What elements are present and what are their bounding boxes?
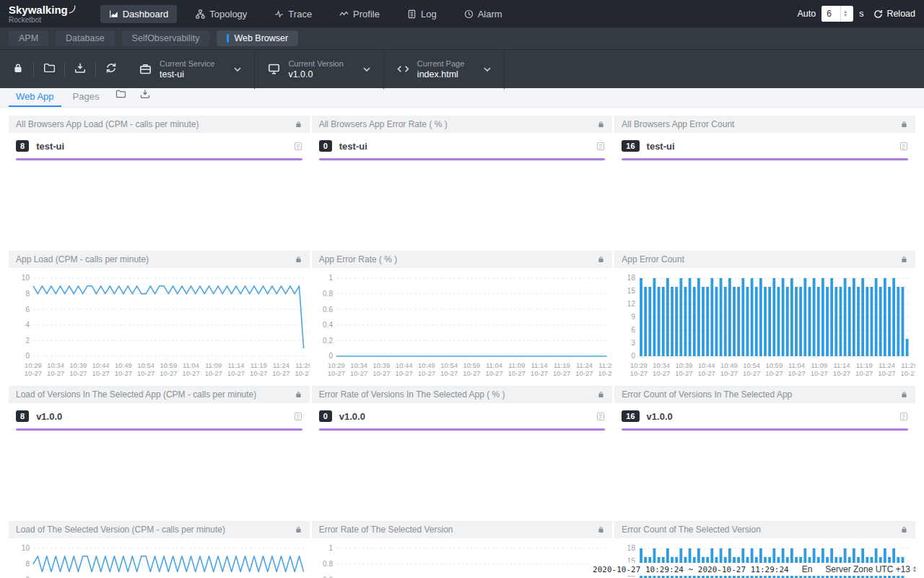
auto-refresh-input[interactable] xyxy=(821,6,840,22)
list-item[interactable]: 16test-ui xyxy=(614,133,915,160)
svg-text:10-27: 10-27 xyxy=(328,369,345,377)
reload-button[interactable]: Reload xyxy=(873,9,915,19)
lock-icon[interactable] xyxy=(900,525,908,534)
folder-icon xyxy=(43,62,55,77)
nav-item-trace[interactable]: Trace xyxy=(266,5,321,23)
lock-icon[interactable] xyxy=(597,120,605,129)
panel-title: All Browsers App Load (CPM - calls per m… xyxy=(16,119,295,129)
zone-stepper[interactable]: ▲▼ xyxy=(912,566,917,573)
server-zone: Server Zone UTC +13 ▲▼ xyxy=(825,564,917,574)
briefcase-icon xyxy=(139,63,152,75)
toolbar-folder-button[interactable] xyxy=(34,62,64,77)
group-tab-database[interactable]: Database xyxy=(56,30,115,46)
rocket-swoosh-icon xyxy=(69,4,76,15)
svg-text:10:59: 10:59 xyxy=(463,361,480,369)
list-item[interactable]: 0test-ui xyxy=(312,133,613,160)
panel-header: Error Rate of Versions In The Selected A… xyxy=(312,386,613,403)
dashboard-group-tabs: APMDatabaseSelfObservabilityWeb Browser xyxy=(0,27,924,49)
copy-icon[interactable] xyxy=(899,142,908,151)
nav-item-label: Alarm xyxy=(478,9,502,20)
selector-current-service[interactable]: Current Servicetest-ui xyxy=(126,50,254,88)
list-item[interactable]: 0v1.0.0 xyxy=(312,403,613,431)
panel-header: App Error Count xyxy=(614,251,915,268)
panel-header: All Browsers App Load (CPM - calls per m… xyxy=(9,116,310,133)
value-badge: 0 xyxy=(319,140,332,152)
svg-text:11:19: 11:19 xyxy=(553,361,570,369)
list-item[interactable]: 16v1.0.0 xyxy=(614,403,915,431)
lock-icon[interactable] xyxy=(597,525,605,534)
toolbar-lock-button[interactable] xyxy=(3,62,33,77)
lock-icon[interactable] xyxy=(597,390,605,399)
list-item[interactable]: 8v1.0.0 xyxy=(9,403,310,431)
lock-icon[interactable] xyxy=(900,390,908,399)
time-range-picker[interactable]: 2020-10-27 10:29:24 ~ 2020-10-27 11:29:2… xyxy=(593,565,789,574)
panel-load-of-versions-in-the-selected-app-cpm-calls-per-minute: Load of Versions In The Selected App (CP… xyxy=(9,386,310,519)
chart-app-error-count: 036912151810:2910-2710:3410-2710:3910-27… xyxy=(614,268,915,382)
selection-underline xyxy=(319,158,606,160)
svg-text:10-27: 10-27 xyxy=(250,369,267,377)
tabrow-import-button[interactable] xyxy=(135,89,155,107)
nav-item-log[interactable]: Log xyxy=(398,5,445,23)
nav-item-topology[interactable]: Topology xyxy=(187,5,256,23)
panel-header: App Load (CPM - calls per minute) xyxy=(9,251,310,268)
lock-icon[interactable] xyxy=(900,255,908,264)
copy-icon[interactable] xyxy=(899,412,908,421)
panel-header: Error Count of The Selected Version xyxy=(614,521,915,538)
group-tab-web-browser[interactable]: Web Browser xyxy=(217,30,298,46)
copy-icon[interactable] xyxy=(596,142,605,151)
copy-icon[interactable] xyxy=(294,142,302,151)
svg-text:12: 12 xyxy=(627,300,636,308)
folder-icon xyxy=(116,89,126,102)
import-icon xyxy=(140,89,150,102)
selector-current-version[interactable]: Current Versionv1.0.0 xyxy=(255,50,383,88)
group-tab-apm[interactable]: APM xyxy=(9,30,48,46)
toolbar-refresh-button[interactable] xyxy=(96,62,126,77)
svg-text:0.4: 0.4 xyxy=(323,321,333,329)
value-badge: 16 xyxy=(622,410,639,422)
svg-text:11:29: 11:29 xyxy=(598,361,613,369)
svg-text:10-27: 10-27 xyxy=(272,369,289,377)
toolbar-import-button[interactable] xyxy=(65,62,95,77)
tabrow-folder-button[interactable] xyxy=(110,89,131,107)
svg-text:10-27: 10-27 xyxy=(855,369,873,377)
selector-labels: Current Servicetest-ui xyxy=(160,59,214,79)
list-item[interactable]: 8test-ui xyxy=(9,133,310,160)
selector-current-page[interactable]: Current Pageindex.html xyxy=(384,50,504,88)
svg-text:10:44: 10:44 xyxy=(395,361,412,369)
svg-text:10-27: 10-27 xyxy=(182,369,199,377)
language-switch[interactable]: En xyxy=(802,564,813,574)
svg-text:11:19: 11:19 xyxy=(250,361,267,369)
tab-pages[interactable]: Pages xyxy=(66,88,107,107)
svg-text:4: 4 xyxy=(25,321,30,329)
svg-text:3: 3 xyxy=(632,339,636,347)
tab-web-app[interactable]: Web App xyxy=(9,88,61,107)
lock-icon[interactable] xyxy=(295,525,302,534)
list-row: 8v1.0.0 xyxy=(16,410,302,422)
lock-icon[interactable] xyxy=(900,120,908,129)
svg-text:11:24: 11:24 xyxy=(273,361,289,369)
panel-title: All Browsers App Error Rate ( % ) xyxy=(319,119,598,129)
app-logo[interactable]: Skywalking Rocketbot xyxy=(9,4,76,24)
copy-icon[interactable] xyxy=(294,412,302,421)
copy-icon[interactable] xyxy=(596,412,605,421)
lock-icon[interactable] xyxy=(295,390,302,399)
group-tab-label: Database xyxy=(66,33,105,43)
nav-item-dashboard[interactable]: Dashboard xyxy=(100,5,178,23)
lock-icon[interactable] xyxy=(295,120,302,129)
list-row: 8test-ui xyxy=(16,140,302,152)
nav-item-profile[interactable]: Profile xyxy=(331,5,388,23)
selection-underline xyxy=(622,428,908,431)
group-tab-selfobservability[interactable]: SelfObservability xyxy=(122,30,210,46)
nav-item-label: Dashboard xyxy=(123,9,169,20)
dashboard-icon xyxy=(109,9,118,19)
svg-text:10:34: 10:34 xyxy=(653,361,671,369)
svg-text:10:34: 10:34 xyxy=(47,361,64,369)
lock-icon[interactable] xyxy=(295,255,302,264)
list-row: 16v1.0.0 xyxy=(622,410,908,422)
auto-refresh-stepper[interactable]: ▲▼ xyxy=(840,6,850,22)
nav-item-alarm[interactable]: Alarm xyxy=(456,5,511,23)
lock-icon[interactable] xyxy=(597,255,605,264)
svg-text:2: 2 xyxy=(25,337,30,345)
svg-text:11:04: 11:04 xyxy=(788,361,805,369)
item-label: test-ui xyxy=(339,141,590,152)
